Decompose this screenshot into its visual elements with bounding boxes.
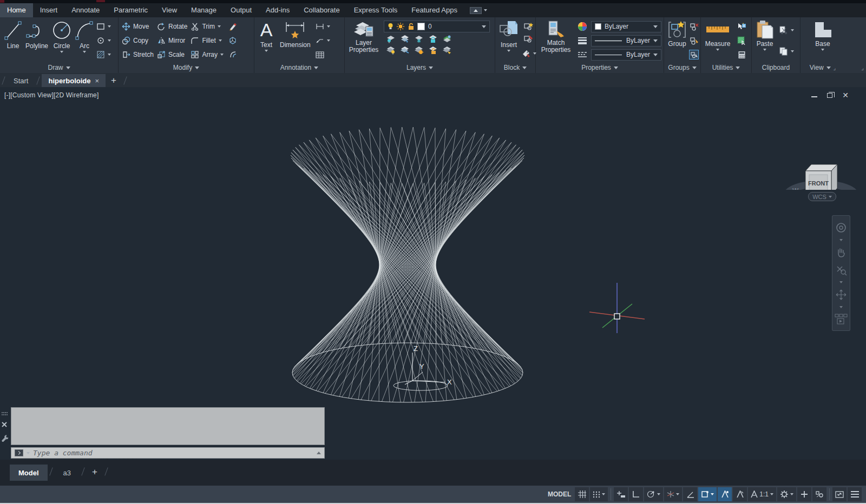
panel-label-clipboard[interactable]: Clipboard	[752, 62, 800, 73]
model-space-canvas[interactable]: [-][Custom View][2D Wireframe] ✕ ZYX W S…	[0, 87, 866, 460]
ribbon-tab[interactable]: Output	[224, 3, 259, 17]
color-wheel-icon[interactable]	[578, 22, 587, 31]
ribbon-tab[interactable]: Manage	[184, 3, 224, 17]
command-input[interactable]: Type a command	[11, 447, 325, 459]
history-up-icon[interactable]	[317, 452, 321, 454]
panel-label-modify[interactable]: Modify	[119, 62, 254, 73]
cut-button[interactable]	[778, 23, 795, 37]
panel-label-annotation[interactable]: Annotation	[254, 62, 344, 73]
annotation-visibility-toggle[interactable]	[718, 487, 732, 501]
layer-isolate-icon[interactable]	[400, 34, 410, 44]
layer-on-icon[interactable]	[386, 45, 396, 55]
layer-freeze-icon[interactable]	[414, 34, 424, 44]
command-window-grip[interactable]	[1, 408, 10, 446]
match-properties-button[interactable]: Match Properties	[538, 19, 574, 62]
osnap-tracking-toggle[interactable]	[683, 487, 697, 501]
layer-properties-button[interactable]: Layer Properties	[347, 19, 380, 62]
chevron-down-icon[interactable]	[839, 239, 843, 241]
fillet-button[interactable]: Fillet	[189, 34, 225, 48]
panel-label-groups[interactable]: Groups	[664, 62, 700, 73]
create-block-button[interactable]	[524, 21, 534, 31]
isodraft-toggle[interactable]	[664, 487, 682, 501]
trim-button[interactable]: Trim	[189, 20, 225, 34]
annotation-scale-button[interactable]: 1:1	[748, 487, 776, 501]
layer-off-icon[interactable]	[386, 34, 396, 44]
array-button[interactable]: Array	[189, 48, 225, 62]
ribbon-tab[interactable]: Home	[0, 3, 33, 17]
quick-select-button[interactable]	[737, 22, 746, 31]
leader-button[interactable]	[314, 34, 333, 48]
panel-label-view[interactable]: View ⌟	[801, 62, 845, 73]
hatch-tool-button[interactable]	[95, 48, 115, 62]
group-edit-button[interactable]	[689, 36, 699, 45]
show-motion-icon[interactable]	[835, 314, 848, 324]
wcs-button[interactable]: WCS	[808, 192, 836, 201]
customize-wrench-icon[interactable]	[1, 434, 8, 442]
explode-button[interactable]	[228, 36, 238, 45]
layout-tab-a3[interactable]: a3	[55, 465, 80, 481]
layer-all-on-icon[interactable]	[414, 45, 424, 55]
linear-dimension-button[interactable]	[314, 20, 333, 34]
circle-button[interactable]: Circle	[50, 19, 74, 62]
lineweight-dropdown[interactable]: ByLayer	[591, 35, 661, 47]
stretch-button[interactable]: Stretch	[121, 48, 155, 62]
ribbon-display-toggle[interactable]	[470, 3, 487, 17]
scale-button[interactable]: Scale	[156, 48, 188, 62]
viewcube-front-face[interactable]: FRONT	[808, 180, 829, 187]
ribbon-tab[interactable]: Annotate	[64, 3, 107, 17]
dimension-button[interactable]: Dimension	[278, 19, 312, 62]
new-tab-button[interactable]: +	[106, 75, 122, 87]
move-button[interactable]: Move	[121, 20, 155, 34]
linetype-icon[interactable]	[578, 50, 587, 59]
ribbon-tab[interactable]: Featured Apps	[404, 3, 464, 17]
insert-button[interactable]: Insert	[497, 19, 520, 62]
layer-lock-icon[interactable]	[428, 34, 438, 44]
polyline-button[interactable]: Polyline	[24, 19, 50, 62]
pan-hand-icon[interactable]	[835, 247, 847, 258]
ribbon-tab[interactable]: Insert	[33, 3, 65, 17]
text-button[interactable]: A Text	[257, 19, 276, 62]
layer-dropdown[interactable]: 0	[384, 21, 490, 32]
define-attributes-button[interactable]	[521, 47, 537, 60]
arc-button[interactable]: Arc	[74, 19, 95, 62]
rectangle-tool-button[interactable]	[95, 20, 115, 34]
workspace-switching-button[interactable]	[777, 487, 796, 501]
layout-tab-model[interactable]: Model	[10, 465, 48, 481]
panel-label-utilities[interactable]: Utilities	[701, 62, 751, 73]
quick-calc-button[interactable]	[737, 36, 746, 45]
dynamic-input-toggle[interactable]	[614, 487, 628, 501]
ribbon-tab[interactable]: Collaborate	[297, 3, 347, 17]
zoom-icon[interactable]	[835, 264, 847, 276]
copy-button[interactable]: Copy	[121, 34, 155, 48]
table-button[interactable]	[314, 48, 333, 62]
panel-launcher-icon[interactable]: ⌟	[834, 65, 836, 71]
customization-menu-button[interactable]	[848, 487, 862, 501]
chevron-down-icon[interactable]	[839, 281, 843, 283]
panel-launcher-icon[interactable]: ⌟	[861, 65, 864, 71]
rotate-button[interactable]: Rotate	[156, 20, 188, 34]
panel-label-draw[interactable]: Draw	[0, 62, 118, 73]
ribbon-tab[interactable]: View	[155, 3, 184, 17]
file-tab-start[interactable]: Start	[7, 74, 35, 87]
viewcube[interactable]: W S E FRONT	[769, 120, 863, 190]
mirror-button[interactable]: Mirror	[156, 34, 188, 48]
hyperboloid-wireframe-drawing[interactable]: ZYX	[0, 87, 866, 460]
group-selection-toggle[interactable]	[689, 50, 699, 59]
ungroup-button[interactable]	[689, 22, 699, 31]
offset-button[interactable]	[228, 50, 238, 59]
measure-button[interactable]: Measure	[703, 19, 732, 62]
chevron-down-icon[interactable]	[839, 306, 843, 308]
erase-button[interactable]	[228, 22, 238, 31]
linetype-dropdown[interactable]: ByLayer	[591, 49, 661, 61]
chevron-down-icon[interactable]	[27, 452, 30, 454]
color-dropdown[interactable]: ByLayer	[591, 21, 661, 32]
panel-label-layers[interactable]: Layers	[345, 62, 495, 73]
line-button[interactable]: Line	[2, 19, 24, 62]
snap-toggle[interactable]	[590, 487, 608, 501]
ribbon-tab[interactable]: Add-ins	[259, 3, 297, 17]
layer-match-icon[interactable]	[442, 45, 452, 55]
ribbon-tab[interactable]: Parametric	[107, 3, 155, 17]
command-history[interactable]: Command: Regenerating model.Command:Comm…	[11, 407, 325, 445]
polar-tracking-toggle[interactable]	[644, 487, 663, 501]
edit-block-button[interactable]	[524, 34, 534, 43]
